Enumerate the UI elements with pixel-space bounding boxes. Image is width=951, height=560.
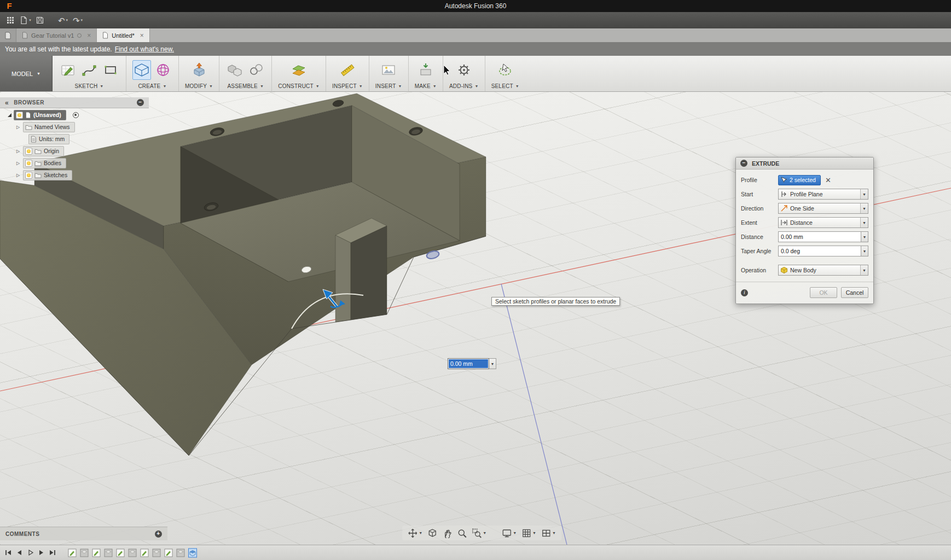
taper-angle-input[interactable] — [778, 246, 861, 256]
timeline-sketch-feature[interactable] — [68, 548, 77, 558]
add-comment-icon[interactable]: + — [155, 530, 162, 538]
workspace-selector[interactable]: MODEL ▼ — [0, 56, 53, 91]
browser-minimize-icon[interactable]: − — [137, 99, 144, 106]
ok-button[interactable]: OK — [810, 287, 837, 298]
browser-row-named-views[interactable]: ▷ Named Views — [15, 121, 149, 132]
group-label-create[interactable]: CREATE▼ — [138, 83, 166, 89]
orbit-button[interactable] — [426, 527, 439, 539]
distance-value-selected[interactable]: 0.00 mm — [449, 359, 488, 368]
play-button[interactable] — [27, 549, 34, 556]
visibility-bulb-icon[interactable] — [25, 172, 32, 179]
distance-input[interactable] — [778, 231, 861, 242]
timeline-extrude-feature[interactable] — [104, 548, 113, 558]
timeline-sketch-feature[interactable] — [140, 548, 149, 558]
home-tab-button[interactable] — [0, 28, 16, 42]
timeline-sketch-feature[interactable] — [164, 548, 173, 558]
collapse-panel-icon[interactable]: « — [5, 100, 9, 106]
zoom-window-button[interactable]: ▼ — [470, 527, 488, 539]
save-button[interactable] — [33, 14, 47, 27]
sketch-rectangle-button[interactable] — [101, 60, 120, 80]
zoom-button[interactable] — [455, 527, 468, 539]
dropdown-caret-icon[interactable]: ▼ — [860, 203, 868, 213]
app-grid-icon[interactable] — [4, 14, 17, 27]
timeline-extrude-feature[interactable] — [176, 548, 185, 558]
browser-row-origin[interactable]: ▷ Origin — [15, 145, 149, 156]
clear-selection-icon[interactable]: ✕ — [825, 177, 831, 184]
collapsed-triangle-icon[interactable]: ▷ — [15, 173, 21, 178]
construction-plane-button[interactable] — [289, 60, 308, 80]
distance-units-caret-icon[interactable]: ▼ — [489, 358, 496, 369]
dropdown-caret-icon[interactable]: ▼ — [860, 189, 868, 199]
tab-untitled[interactable]: Untitled* × — [97, 28, 150, 42]
profile-selection-badge[interactable]: 2 selected — [778, 175, 821, 185]
create-sketch-button[interactable] — [59, 60, 77, 80]
browser-row-root[interactable]: (Unsaved) — [8, 109, 149, 120]
browser-row-sketches[interactable]: ▷ Sketches — [15, 170, 149, 180]
skip-to-end-button[interactable] — [49, 549, 56, 556]
distance-caret-icon[interactable]: ▼ — [861, 231, 868, 242]
joint-button[interactable] — [247, 60, 265, 80]
visibility-bulb-icon[interactable] — [16, 112, 23, 119]
file-menu-button[interactable]: ▾ — [19, 14, 32, 27]
tab-gear-tutorial[interactable]: Gear Tutorial v1 × — [16, 28, 97, 42]
comments-panel[interactable]: COMMENTS + — [0, 527, 167, 540]
sketch-spline-button[interactable] — [80, 60, 98, 80]
timeline-extrude-feature[interactable] — [128, 548, 137, 558]
operation-dropdown[interactable]: New Body ▼ — [778, 265, 868, 276]
select-tool-button[interactable] — [496, 60, 514, 80]
cancel-button[interactable]: Cancel — [841, 287, 868, 298]
measure-button[interactable] — [338, 60, 357, 80]
info-icon[interactable]: i — [741, 289, 748, 296]
dropdown-caret-icon[interactable]: ▼ — [860, 218, 868, 228]
free-look-button[interactable] — [440, 527, 454, 539]
create-form-button[interactable] — [154, 60, 172, 80]
undo-button[interactable]: ↶ ▾ — [56, 14, 69, 27]
collapsed-triangle-icon[interactable]: ▷ — [15, 125, 21, 130]
redo-button[interactable]: ↷ ▾ — [71, 14, 84, 27]
browser-row-units[interactable]: Units: mm — [28, 133, 149, 144]
expand-triangle-icon[interactable] — [8, 113, 11, 117]
extent-dropdown[interactable]: Distance ▼ — [778, 217, 868, 228]
direction-dropdown[interactable]: One Side ▼ — [778, 203, 868, 214]
step-forward-button[interactable] — [38, 549, 45, 556]
extrude-dialog-header[interactable]: − EXTRUDE — [736, 158, 873, 170]
group-label-inspect[interactable]: INSPECT▼ — [332, 83, 363, 89]
skip-to-start-button[interactable] — [5, 549, 12, 556]
browser-row-bodies[interactable]: ▷ Bodies — [15, 158, 149, 168]
grid-and-snaps-button[interactable]: ▼ — [520, 527, 538, 539]
create-extrude-button-active[interactable] — [132, 60, 151, 80]
3d-viewport[interactable]: « BROWSER − (Unsaved) ▷ Named Views Unit… — [0, 92, 951, 545]
add-ins-gear-button[interactable] — [455, 60, 473, 80]
group-label-assemble[interactable]: ASSEMBLE▼ — [227, 83, 264, 89]
dialog-collapse-icon[interactable]: − — [740, 160, 747, 167]
wall-front-face[interactable] — [335, 235, 351, 322]
multiple-views-button[interactable]: ▼ — [540, 527, 558, 539]
group-label-modify[interactable]: MODIFY▼ — [185, 83, 213, 89]
tab-close-icon[interactable]: × — [140, 32, 144, 39]
visibility-bulb-icon[interactable] — [25, 148, 32, 155]
timeline-extrude-feature[interactable] — [80, 548, 89, 558]
collapsed-triangle-icon[interactable]: ▷ — [15, 149, 21, 154]
group-label-sketch[interactable]: SKETCH▼ — [75, 83, 104, 89]
group-label-make[interactable]: MAKE▼ — [415, 83, 437, 89]
browser-header[interactable]: « BROWSER − — [0, 97, 149, 108]
insert-image-button[interactable] — [379, 60, 398, 80]
timeline-sketch-feature[interactable] — [116, 548, 125, 558]
step-back-button[interactable] — [16, 549, 23, 556]
group-label-select[interactable]: SELECT▼ — [491, 83, 519, 89]
group-label-insert[interactable]: INSERT▼ — [375, 83, 402, 89]
visibility-bulb-icon[interactable] — [25, 160, 32, 167]
whats-new-link[interactable]: Find out what's new. — [115, 45, 174, 53]
taper-caret-icon[interactable]: ▼ — [861, 246, 868, 256]
pan-button[interactable]: ▼ — [406, 527, 424, 539]
timeline-active-extrude-feature[interactable] — [188, 548, 197, 558]
timeline-extrude-feature[interactable] — [152, 548, 161, 558]
collapsed-triangle-icon[interactable]: ▷ — [15, 161, 21, 166]
press-pull-button[interactable] — [190, 60, 208, 80]
tab-close-icon[interactable]: × — [87, 32, 91, 39]
start-dropdown[interactable]: Profile Plane ▼ — [778, 189, 868, 200]
group-label-add-ins[interactable]: ADD-INS▼ — [449, 83, 479, 89]
display-settings-button[interactable]: ▼ — [500, 527, 518, 539]
activate-component-radio[interactable] — [73, 112, 79, 118]
group-label-construct[interactable]: CONSTRUCT▼ — [278, 83, 320, 89]
